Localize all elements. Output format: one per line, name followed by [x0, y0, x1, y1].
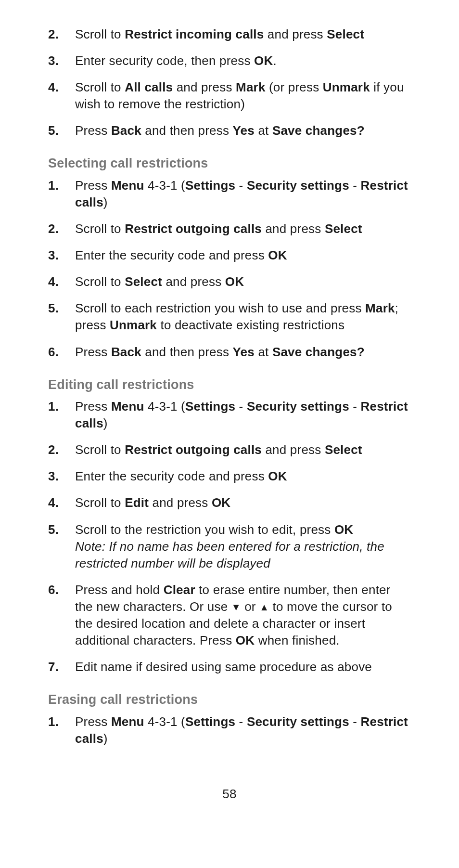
step-number: 6.: [48, 582, 59, 598]
emphasis-term: OK: [268, 248, 287, 262]
step-number: 2.: [48, 220, 59, 237]
step-item: 1.Press Menu 4-3-1 (Settings - Security …: [48, 398, 411, 432]
step-number: 4.: [48, 273, 59, 290]
emphasis-term: Menu: [111, 714, 144, 729]
step-number: 5.: [48, 300, 59, 317]
emphasis-term: Settings: [185, 399, 235, 414]
emphasis-term: Unmark: [323, 80, 370, 94]
section-heading: Editing call restrictions: [48, 376, 411, 393]
step-text: Enter the security code and press OK: [75, 248, 287, 262]
step-number: 1.: [48, 177, 59, 194]
step-item: 7.Edit name if desired using same proced…: [48, 659, 411, 675]
emphasis-term: Save changes?: [272, 123, 365, 138]
emphasis-term: OK: [212, 495, 230, 510]
step-item: 2.Scroll to Restrict incoming calls and …: [48, 26, 411, 43]
emphasis-term: Restrict incoming calls: [125, 27, 264, 41]
emphasis-term: Restrict outgoing calls: [125, 442, 262, 457]
step-number: 3.: [48, 247, 59, 264]
step-text: Press Back and then press Yes at Save ch…: [75, 123, 365, 138]
step-text: Press and hold Clear to erase entire num…: [75, 583, 392, 648]
section-heading: Erasing call restrictions: [48, 691, 411, 708]
step-number: 2.: [48, 441, 59, 458]
step-text: Scroll to the restriction you wish to ed…: [75, 522, 353, 537]
emphasis-term: Mark: [365, 301, 395, 315]
step-number: 6.: [48, 344, 59, 361]
step-item: 3.Enter the security code and press OK: [48, 247, 411, 264]
emphasis-term: Select: [325, 221, 362, 236]
step-number: 2.: [48, 26, 59, 43]
page-number: 58: [48, 786, 411, 803]
emphasis-term: OK: [254, 53, 273, 68]
step-item: 5.Scroll to each restriction you wish to…: [48, 300, 411, 334]
step-text: Enter security code, then press OK.: [75, 53, 277, 68]
emphasis-term: Restrict outgoing calls: [125, 221, 262, 236]
step-text: Scroll to each restriction you wish to u…: [75, 301, 398, 332]
step-number: 4.: [48, 79, 59, 96]
emphasis-term: Save changes?: [272, 345, 365, 359]
step-text: Scroll to Select and press OK: [75, 274, 244, 289]
emphasis-term: Select: [327, 27, 364, 41]
emphasis-term: Back: [111, 345, 141, 359]
step-number: 1.: [48, 398, 59, 415]
step-item: 6.Press Back and then press Yes at Save …: [48, 344, 411, 361]
step-text: Press Menu 4-3-1 (Settings - Security se…: [75, 178, 408, 209]
emphasis-term: Select: [125, 274, 162, 289]
step-list: 1.Press Menu 4-3-1 (Settings - Security …: [48, 398, 411, 675]
step-item: 2.Scroll to Restrict outgoing calls and …: [48, 441, 411, 458]
step-item: 4.Scroll to Select and press OK: [48, 273, 411, 290]
step-text: Scroll to Edit and press OK: [75, 495, 230, 510]
emphasis-term: OK: [225, 274, 244, 289]
step-text: Press Menu 4-3-1 (Settings - Security se…: [75, 399, 408, 430]
step-item: 1.Press Menu 4-3-1 (Settings - Security …: [48, 713, 411, 747]
step-note: Note: If no name has been entered for a …: [75, 538, 411, 572]
step-number: 5.: [48, 122, 59, 139]
manual-page: 2.Scroll to Restrict incoming calls and …: [0, 0, 459, 822]
step-number: 7.: [48, 659, 59, 675]
step-item: 6.Press and hold Clear to erase entire n…: [48, 582, 411, 649]
continued-step-list: 2.Scroll to Restrict incoming calls and …: [48, 26, 411, 139]
emphasis-term: Select: [325, 442, 362, 457]
step-item: 4.Scroll to Edit and press OK: [48, 494, 411, 511]
step-text: Press Menu 4-3-1 (Settings - Security se…: [75, 714, 408, 746]
step-list: 1.Press Menu 4-3-1 (Settings - Security …: [48, 177, 411, 361]
emphasis-term: Yes: [233, 123, 255, 138]
emphasis-term: Back: [111, 123, 141, 138]
step-item: 2.Scroll to Restrict outgoing calls and …: [48, 220, 411, 237]
arrow-down-icon: ▼: [231, 602, 241, 612]
emphasis-term: OK: [268, 469, 287, 483]
emphasis-term: OK: [236, 633, 255, 648]
emphasis-term: Unmark: [110, 318, 157, 332]
step-text: Press Back and then press Yes at Save ch…: [75, 345, 365, 359]
step-item: 3.Enter security code, then press OK.: [48, 52, 411, 69]
step-text: Edit name if desired using same procedur…: [75, 660, 372, 674]
step-number: 3.: [48, 52, 59, 69]
step-item: 5.Press Back and then press Yes at Save …: [48, 122, 411, 139]
arrow-up-icon: ▲: [259, 602, 269, 612]
emphasis-term: Settings: [185, 714, 235, 729]
emphasis-term: All calls: [125, 80, 173, 94]
emphasis-term: Edit: [125, 495, 149, 510]
step-number: 5.: [48, 521, 59, 538]
step-list: 1.Press Menu 4-3-1 (Settings - Security …: [48, 713, 411, 747]
emphasis-term: Menu: [111, 178, 144, 193]
step-text: Scroll to All calls and press Mark (or p…: [75, 80, 404, 111]
section-heading: Selecting call restrictions: [48, 155, 411, 172]
step-number: 1.: [48, 713, 59, 730]
step-item: 5.Scroll to the restriction you wish to …: [48, 521, 411, 572]
step-item: 1.Press Menu 4-3-1 (Settings - Security …: [48, 177, 411, 211]
step-number: 4.: [48, 494, 59, 511]
step-text: Scroll to Restrict outgoing calls and pr…: [75, 221, 362, 236]
step-text: Scroll to Restrict incoming calls and pr…: [75, 27, 364, 41]
emphasis-term: OK: [334, 522, 353, 537]
emphasis-term: Security settings: [247, 178, 349, 193]
emphasis-term: Security settings: [247, 399, 349, 414]
emphasis-term: Settings: [185, 178, 235, 193]
step-item: 4.Scroll to All calls and press Mark (or…: [48, 79, 411, 113]
emphasis-term: Clear: [164, 583, 195, 597]
step-text: Scroll to Restrict outgoing calls and pr…: [75, 442, 362, 457]
emphasis-term: Yes: [233, 345, 255, 359]
emphasis-term: Menu: [111, 399, 144, 414]
emphasis-term: Security settings: [247, 714, 349, 729]
step-text: Enter the security code and press OK: [75, 469, 287, 483]
step-number: 3.: [48, 468, 59, 485]
